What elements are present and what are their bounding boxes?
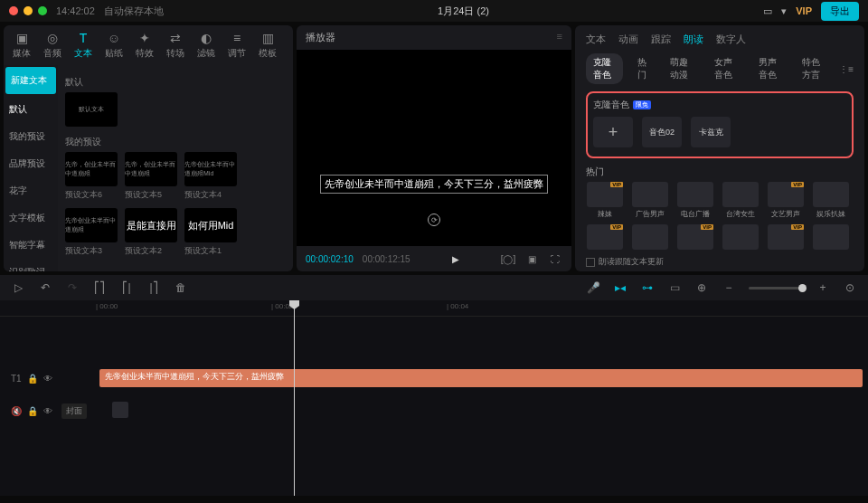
chip-anime[interactable]: 萌趣动漫	[663, 53, 700, 84]
voice-item[interactable]: 台湾女生	[722, 182, 760, 219]
voice-item[interactable]: 川妹子	[631, 224, 669, 252]
link-icon[interactable]: ⊶	[640, 281, 655, 294]
voice-item[interactable]: 娱乐扒妹	[812, 182, 850, 219]
sidebar-default[interactable]: 默认	[4, 96, 58, 123]
voice-item[interactable]: 广告男声	[631, 182, 669, 219]
checkbox-icon[interactable]	[586, 258, 595, 267]
sidebar-text-template[interactable]: 文字模板	[4, 204, 58, 232]
zoom-in-icon[interactable]: +	[816, 281, 830, 294]
visible-icon[interactable]: 👁	[43, 374, 52, 384]
chip-female[interactable]: 女声音色	[707, 53, 744, 84]
layout-dropdown-icon[interactable]: ▾	[781, 5, 787, 17]
tab-template[interactable]: ▥模板	[259, 31, 277, 60]
lock-icon[interactable]: 🔒	[27, 374, 38, 384]
tab-effect[interactable]: ✦特效	[136, 31, 154, 60]
voice-item[interactable]: 少儿故事	[812, 224, 850, 252]
subtitle-text[interactable]: 先帝创业未半而中道崩殂，今天下三分，益州疲弊	[320, 175, 548, 194]
cover-tag[interactable]: 封面	[61, 403, 87, 419]
rtab-track[interactable]: 跟踪	[651, 33, 671, 46]
tab-transition[interactable]: ⇄转场	[166, 31, 184, 60]
zoom-fit-icon[interactable]: ⊙	[843, 281, 857, 294]
preset-item[interactable]: 先帝，创业未半而中道崩殂预设文本6	[65, 152, 118, 201]
layout-icon[interactable]: ▭	[763, 5, 772, 17]
voice-item[interactable]: VIP潮汕大叔	[586, 224, 624, 252]
voice-tile[interactable]: 卡兹克	[691, 117, 731, 147]
zoom-slider[interactable]	[749, 287, 803, 289]
preset-default-text[interactable]: 默认文本	[65, 92, 118, 127]
preview-icon[interactable]: ▭	[667, 281, 682, 294]
sidebar-fancy[interactable]: 花字	[4, 177, 58, 204]
rtab-tts[interactable]: 朗读	[684, 33, 703, 46]
fullscreen-icon[interactable]: ⛶	[548, 252, 562, 266]
voice-item[interactable]: VIP猴哥	[767, 224, 805, 252]
voice-item[interactable]: VIP文艺男声	[767, 182, 805, 219]
tab-filter[interactable]: ◐滤镜	[197, 31, 215, 60]
time-ruler[interactable]: | 00:00 | 00:02 | 00:04	[0, 300, 868, 317]
rtab-text[interactable]: 文本	[586, 33, 606, 46]
sidebar-lyrics[interactable]: 识别歌词	[4, 259, 58, 271]
track-label: T1	[11, 374, 22, 384]
timeline[interactable]: | 00:00 | 00:02 | 00:04 T1 🔒 👁 先帝创业未半而中道…	[0, 300, 868, 496]
add-voice-button[interactable]: +	[593, 117, 633, 147]
lock-icon[interactable]: 🔒	[27, 406, 38, 416]
minimize-window-icon[interactable]	[24, 6, 33, 15]
voice-tile[interactable]: 音色02	[642, 117, 682, 147]
preset-item[interactable]: 如何用Mid预设文本1	[184, 208, 237, 257]
rotate-handle-icon[interactable]: ⟳	[428, 214, 440, 226]
voice-item[interactable]: VIP翻牙玲珍	[676, 224, 714, 252]
align-icon[interactable]: ⊕	[694, 281, 709, 294]
undo-icon[interactable]: ↶	[38, 281, 52, 294]
mute-icon[interactable]: 🔇	[11, 406, 22, 416]
tab-audio[interactable]: ◎音频	[43, 31, 61, 60]
preset-item[interactable]: 是能直接用预设文本2	[125, 208, 177, 257]
snap-icon[interactable]: ▸◂	[613, 281, 627, 294]
media-clip[interactable]	[112, 402, 128, 418]
preset-item[interactable]: 先帝创业未半而中道崩殂预设文本3	[65, 208, 118, 257]
play-button[interactable]: ▶	[448, 252, 463, 266]
split-left-icon[interactable]: ⎡|	[119, 281, 134, 294]
hot-label: 热门	[586, 166, 854, 178]
sidebar-brand-preset[interactable]: 品牌预设	[4, 150, 58, 177]
ratio-icon[interactable]: [◯]	[501, 252, 515, 266]
tab-sticker[interactable]: ☺贴纸	[105, 31, 123, 60]
free-badge: 限免	[633, 100, 651, 109]
tab-text[interactable]: T文本	[74, 31, 92, 60]
sidebar-my-preset[interactable]: 我的预设	[4, 123, 58, 150]
rtab-digital[interactable]: 数字人	[716, 33, 746, 46]
chip-special[interactable]: 特色方言	[795, 53, 832, 84]
text-icon: T	[76, 31, 90, 45]
autosave-label: 自动保存本地	[104, 5, 164, 18]
split-right-icon[interactable]: |⎤	[146, 281, 161, 294]
sidebar-new-text[interactable]: 新建文本	[5, 67, 56, 94]
vip-badge[interactable]: VIP	[796, 5, 812, 16]
chip-more-icon[interactable]: ⋮≡	[839, 64, 854, 74]
delete-icon[interactable]: 🗑	[174, 281, 188, 294]
split-icon[interactable]: ⎡⎤	[92, 281, 107, 294]
visible-icon[interactable]: 👁	[43, 406, 52, 416]
inspector-panel: 文本 动画 跟踪 朗读 数字人 克隆音色 热门 萌趣动漫 女声音色 男声音色 特…	[575, 25, 864, 271]
voice-item[interactable]: 电台广播	[676, 182, 714, 219]
zoom-out-icon[interactable]: −	[722, 281, 736, 294]
preset-item[interactable]: 先帝，创业未半而中道崩殂预设文本5	[125, 152, 177, 201]
compare-icon[interactable]: ▣	[524, 252, 539, 266]
chip-clone[interactable]: 克隆音色	[586, 53, 623, 84]
voice-item[interactable]: VIP辣妹	[586, 182, 624, 219]
voice-item[interactable]: 古风男主	[722, 224, 760, 252]
maximize-window-icon[interactable]	[38, 6, 47, 15]
chip-male[interactable]: 男声音色	[751, 53, 788, 84]
export-button[interactable]: 导出	[821, 2, 859, 21]
tab-adjust[interactable]: ≡调节	[228, 31, 246, 60]
sidebar-smart-sub[interactable]: 智能字幕	[4, 232, 58, 259]
player-viewport[interactable]: 先帝创业未半而中道崩殂，今天下三分，益州疲弊 ⟳	[297, 50, 571, 246]
text-clip[interactable]: 先帝创业未半而中道崩殂，今天下三分，益州疲弊	[99, 369, 863, 387]
redo-icon[interactable]: ↷	[65, 281, 80, 294]
mic-icon[interactable]: 🎤	[586, 281, 600, 294]
rtab-anim[interactable]: 动画	[618, 33, 638, 46]
tab-media[interactable]: ▣媒体	[13, 31, 31, 60]
playhead[interactable]	[294, 300, 295, 496]
close-window-icon[interactable]	[9, 6, 18, 15]
pointer-tool-icon[interactable]: ▷	[11, 281, 25, 294]
preset-item[interactable]: 先帝创业未半而中道崩殂Mid预设文本4	[184, 152, 237, 201]
chip-hot[interactable]: 热门	[630, 53, 656, 84]
player-menu-icon[interactable]: ≡	[557, 31, 562, 44]
